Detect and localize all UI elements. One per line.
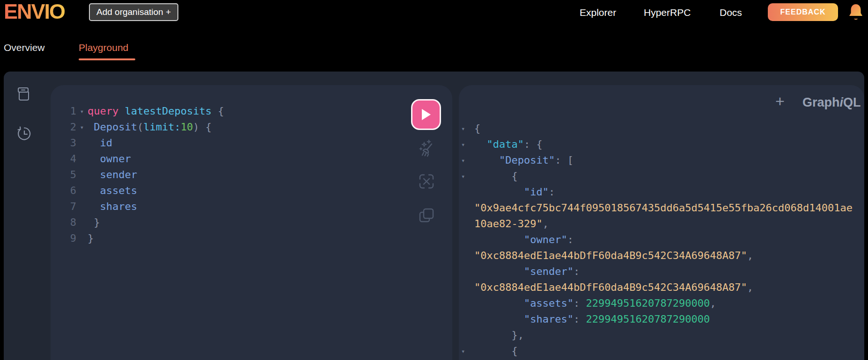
code-line: 2▾ Deposit(limit:10) { xyxy=(68,119,224,135)
line-number: 5 xyxy=(68,167,76,183)
code-line: 6 assets xyxy=(68,183,224,199)
fold-triangle-icon[interactable]: ▾ xyxy=(460,152,474,168)
history-icon[interactable] xyxy=(16,125,33,144)
code-text: "sender": xyxy=(474,264,580,280)
code-line: 1▾query latestDeposits { xyxy=(68,103,224,119)
fold-spacer xyxy=(76,135,88,151)
code-line: ▾ { xyxy=(460,168,864,184)
code-line: "sender": xyxy=(460,264,864,280)
code-text: "data": { xyxy=(474,137,543,152)
code-text: "0xc8884edE1ae44bDfF60da4B9c542C34A69648… xyxy=(474,280,753,295)
line-number: 2 xyxy=(68,119,76,135)
code-text: "id": xyxy=(474,184,555,200)
code-line: 5 sender xyxy=(68,167,224,183)
code-text: { xyxy=(474,343,518,359)
fold-triangle-icon[interactable]: ▾ xyxy=(460,121,474,137)
code-line: 8 } xyxy=(68,215,224,230)
code-line: }, xyxy=(460,327,864,343)
code-text: 10ae82-329", xyxy=(474,216,549,232)
add-organisation-button[interactable]: Add organisation + xyxy=(89,3,178,21)
code-text: Deposit(limit:10) { xyxy=(88,119,212,135)
code-text: sender xyxy=(88,167,137,183)
code-line: "id": xyxy=(460,184,864,200)
code-text: "owner": xyxy=(474,232,574,248)
code-line: ▾{ xyxy=(460,121,864,137)
code-line: "0x9ae4cfc75bc744f095018567435dd6a5d5415… xyxy=(460,200,864,216)
code-line: 7 shares xyxy=(68,199,224,215)
nav-item-docs[interactable]: Docs xyxy=(720,6,742,20)
code-text: query latestDeposits { xyxy=(88,103,224,119)
line-number: 3 xyxy=(68,135,76,151)
code-text: assets xyxy=(88,183,137,199)
code-line: "0xc8884edE1ae44bDfF60da4B9c542C34A69648… xyxy=(460,280,864,295)
graphiql-logo-graph: Graph xyxy=(802,95,840,109)
code-line: ▾ "Deposit": [ xyxy=(460,152,864,168)
code-text: shares xyxy=(88,199,137,215)
graphiql-logo: GraphiQL xyxy=(802,94,861,110)
fold-spacer xyxy=(460,184,474,200)
code-text: "shares": 22994951620787290000 xyxy=(474,311,710,327)
fold-spacer xyxy=(460,327,474,343)
execute-query-button[interactable] xyxy=(411,99,441,130)
copy-icon[interactable] xyxy=(419,208,434,225)
code-text: } xyxy=(88,215,100,230)
merge-icon[interactable] xyxy=(418,173,435,192)
code-text: }, xyxy=(474,327,524,343)
active-tab-underline xyxy=(79,58,135,60)
graphiql-logo-i: i xyxy=(840,95,844,109)
nav-item-explorer[interactable]: Explorer xyxy=(580,6,616,20)
code-line: "owner": xyxy=(460,232,864,248)
code-line: 3 id xyxy=(68,135,224,151)
fold-spacer xyxy=(460,232,474,248)
fold-spacer xyxy=(460,295,474,311)
fold-spacer xyxy=(76,230,88,246)
line-number: 7 xyxy=(68,199,76,215)
fold-spacer xyxy=(460,216,474,232)
code-text: { xyxy=(474,168,518,184)
fold-triangle-icon[interactable]: ▾ xyxy=(460,168,474,184)
fold-spacer xyxy=(460,248,474,264)
docs-icon[interactable] xyxy=(17,86,31,104)
fold-triangle-icon[interactable]: ▾ xyxy=(460,137,474,152)
code-text: "assets": 22994951620787290000, xyxy=(474,295,716,311)
fold-spacer xyxy=(76,199,88,215)
fold-spacer xyxy=(460,280,474,295)
fold-spacer xyxy=(76,151,88,167)
tab-overview[interactable]: Overview xyxy=(4,41,45,55)
fold-spacer xyxy=(76,183,88,199)
line-number: 1 xyxy=(68,103,76,119)
add-tab-button[interactable]: + xyxy=(775,93,785,109)
tab-playground[interactable]: Playground xyxy=(79,41,128,55)
code-text: } xyxy=(88,230,94,246)
fold-triangle-icon[interactable]: ▾ xyxy=(76,103,88,119)
bell-icon[interactable] xyxy=(847,3,864,25)
fold-triangle-icon[interactable]: ▾ xyxy=(76,119,88,135)
line-number: 4 xyxy=(68,151,76,167)
nav-item-hyperrpc[interactable]: HyperRPC xyxy=(644,6,691,20)
query-editor-code[interactable]: 1▾query latestDeposits {2▾ Deposit(limit… xyxy=(68,103,224,246)
code-text: "0x9ae4cfc75bc744f095018567435dd6a5d5415… xyxy=(474,200,853,216)
code-text: { xyxy=(474,121,480,137)
code-line: 10ae82-329", xyxy=(460,216,864,232)
code-line: ▾ { xyxy=(460,343,864,359)
feedback-button[interactable]: FEEDBACK xyxy=(768,3,838,21)
prettify-icon[interactable] xyxy=(418,139,435,161)
code-line: "shares": 22994951620787290000 xyxy=(460,311,864,327)
fold-triangle-icon[interactable]: ▾ xyxy=(460,343,474,359)
code-line: 9} xyxy=(68,230,224,246)
code-text: "Deposit": [ xyxy=(474,152,574,168)
code-text: owner xyxy=(88,151,131,167)
fold-spacer xyxy=(460,264,474,280)
code-text: "0xc8884edE1ae44bDfF60da4B9c542C34A69648… xyxy=(474,248,753,264)
line-number: 9 xyxy=(68,230,76,246)
code-line: "0xc8884edE1ae44bDfF60da4B9c542C34A69648… xyxy=(460,248,864,264)
graphiql-logo-ql: QL xyxy=(843,95,861,109)
fold-spacer xyxy=(76,167,88,183)
line-number: 6 xyxy=(68,183,76,199)
code-line: ▾ "data": { xyxy=(460,137,864,152)
response-json-viewer: ▾{▾ "data": {▾ "Deposit": [▾ { "id":"0x9… xyxy=(460,121,864,359)
line-number: 8 xyxy=(68,215,76,230)
code-line: "assets": 22994951620787290000, xyxy=(460,295,864,311)
play-icon xyxy=(421,108,431,121)
fold-spacer xyxy=(460,311,474,327)
